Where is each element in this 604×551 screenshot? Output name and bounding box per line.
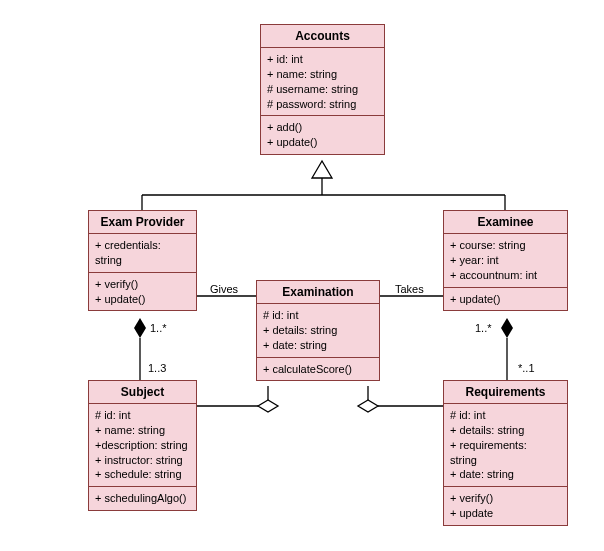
svg-marker-7: [134, 318, 146, 338]
label-takes: Takes: [395, 283, 424, 295]
class-operations: + verify() + update(): [89, 273, 196, 311]
class-attributes: # id: int + details: string + requiremen…: [444, 404, 567, 487]
class-title: Accounts: [261, 25, 384, 48]
svg-marker-9: [501, 318, 513, 338]
class-attributes: + id: int + name: string # username: str…: [261, 48, 384, 116]
mult-1star-right: 1..*: [475, 322, 492, 334]
class-attributes: # id: int + name: string +description: s…: [89, 404, 196, 487]
class-examinee: Examinee + course: string + year: int + …: [443, 210, 568, 311]
class-examination: Examination # id: int + details: string …: [256, 280, 380, 381]
mult-1star-left: 1..*: [150, 322, 167, 334]
class-operations: + add() + update(): [261, 116, 384, 154]
label-gives: Gives: [210, 283, 238, 295]
class-attributes: + course: string + year: int + accountnu…: [444, 234, 567, 288]
mult-star1: *..1: [518, 362, 535, 374]
class-exam-provider: Exam Provider + credentials: string + ve…: [88, 210, 197, 311]
class-operations: + verify() + update: [444, 487, 567, 525]
svg-marker-11: [258, 400, 278, 412]
class-operations: + update(): [444, 288, 567, 311]
class-subject: Subject # id: int + name: string +descri…: [88, 380, 197, 511]
svg-marker-0: [312, 161, 332, 178]
class-accounts: Accounts + id: int + name: string # user…: [260, 24, 385, 155]
mult-1-3: 1..3: [148, 362, 166, 374]
class-attributes: # id: int + details: string + date: stri…: [257, 304, 379, 358]
class-requirements: Requirements # id: int + details: string…: [443, 380, 568, 526]
svg-marker-14: [358, 400, 378, 412]
class-title: Subject: [89, 381, 196, 404]
class-operations: + calculateScore(): [257, 358, 379, 381]
class-operations: + schedulingAlgo(): [89, 487, 196, 510]
class-attributes: + credentials: string: [89, 234, 196, 273]
class-title: Exam Provider: [89, 211, 196, 234]
class-title: Examinee: [444, 211, 567, 234]
class-title: Examination: [257, 281, 379, 304]
class-title: Requirements: [444, 381, 567, 404]
